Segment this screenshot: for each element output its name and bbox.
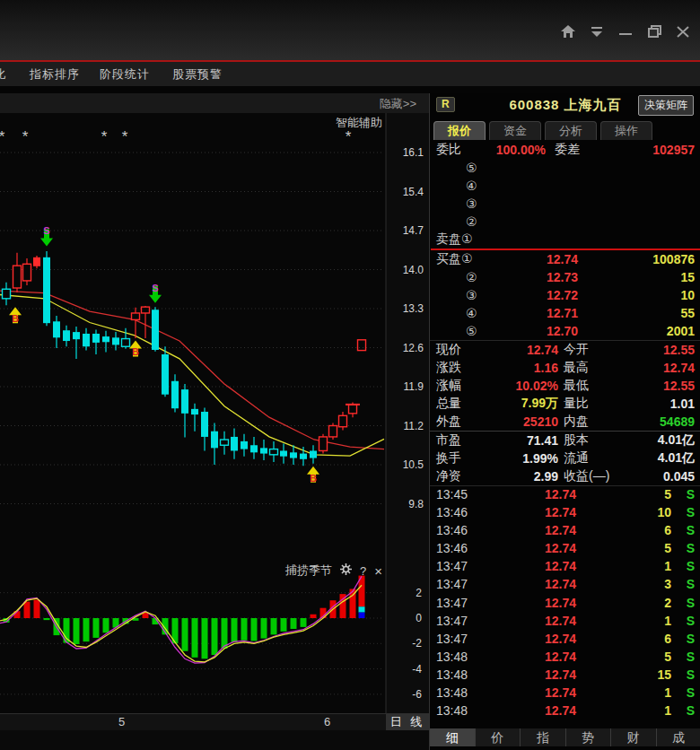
menu-item-1[interactable]: 化: [0, 66, 6, 83]
stat-value: 12.55: [630, 379, 695, 393]
menu-item-3[interactable]: 阶段统计: [100, 66, 150, 83]
close-indicator-icon[interactable]: ×: [374, 563, 382, 579]
menu-item-2[interactable]: 指标排序: [30, 66, 80, 83]
buy-level-row: ④12.7155: [430, 304, 700, 322]
buy-volume: 55: [578, 306, 695, 320]
stock-name: 上海九百: [564, 97, 622, 112]
svg-text:0: 0: [416, 612, 422, 624]
svg-text:15.4: 15.4: [403, 186, 424, 198]
time-sales-list[interactable]: 13:4512.745S13:4612.7410S13:4612.746S13:…: [430, 485, 700, 719]
quote-tab-2[interactable]: 资金: [489, 121, 541, 140]
stat-row: 市盈71.41股本4.01亿: [430, 431, 700, 449]
tick-price: 12.74: [477, 632, 576, 646]
period-selector[interactable]: 日 线: [386, 714, 429, 730]
restore-icon[interactable]: [646, 23, 662, 39]
stat-value: 1.99%: [488, 451, 558, 466]
tick-volume: 1: [576, 614, 671, 628]
tick-price: 12.74: [477, 559, 576, 573]
gear-icon[interactable]: [340, 563, 352, 578]
dropdown-icon[interactable]: [589, 23, 605, 39]
stat-value: 25210: [488, 414, 558, 429]
stat-label: 流通: [564, 450, 630, 467]
svg-text:-4: -4: [412, 663, 422, 676]
weibi-row: 委比 100.00% 委差 102957: [430, 140, 700, 159]
stat-label: 外盘: [436, 414, 488, 430]
svg-text:-6: -6: [412, 688, 422, 701]
tick-volume: 5: [576, 541, 671, 555]
main-chart[interactable]: 16.115.414.714.013.312.611.911.210.59.8*…: [0, 113, 431, 561]
tick-flag: S: [671, 523, 695, 537]
tick-row: 13:4512.745S: [430, 485, 700, 503]
stat-label: 换手: [436, 450, 488, 467]
sell-level-label: ③: [436, 196, 488, 211]
home-icon[interactable]: [560, 23, 576, 39]
stat-label: 股本: [564, 432, 630, 449]
stat-label: 量比: [564, 396, 630, 412]
bottom-tab-3[interactable]: 指: [521, 728, 566, 746]
sell-level-row: ②: [430, 213, 700, 231]
svg-text:12.6: 12.6: [403, 342, 424, 354]
svg-text:10.5: 10.5: [403, 458, 424, 471]
tick-price: 12.74: [477, 703, 576, 718]
sell-level-label: ②: [436, 214, 488, 229]
buy-price: 12.73: [488, 270, 578, 284]
tick-price: 12.74: [477, 505, 576, 519]
tick-time: 13:48: [436, 650, 477, 664]
sell-level-row: ③: [430, 195, 700, 213]
bottom-tab-4[interactable]: 势: [566, 728, 612, 746]
close-icon[interactable]: [675, 23, 691, 39]
tick-row: 13:4812.745S: [430, 648, 700, 666]
svg-text:11.2: 11.2: [404, 420, 424, 432]
stat-row: 净资2.99收益(—)0.045: [430, 467, 700, 485]
stat-row: 涨幅10.02%最低12.55: [430, 377, 700, 395]
bottom-tab-1[interactable]: 细: [430, 728, 476, 746]
bottom-tab-5[interactable]: 财: [611, 728, 657, 746]
indicator-chart[interactable]: 20-2-4-6: [0, 561, 431, 713]
menu-item-4[interactable]: 股票预警: [172, 66, 223, 83]
hide-panel-button[interactable]: 隐藏>>: [380, 96, 416, 112]
decision-matrix-button[interactable]: 决策矩阵: [638, 95, 694, 116]
tick-time: 13:47: [436, 559, 477, 573]
svg-text:14.7: 14.7: [403, 224, 424, 237]
weicha-label: 委差: [555, 142, 610, 158]
weibi-value: 100.00%: [467, 143, 546, 157]
quote-tab-1[interactable]: 报价: [433, 121, 486, 140]
quote-tab-4[interactable]: 操作: [600, 121, 652, 140]
svg-text:14.0: 14.0: [403, 264, 424, 276]
titlebar: [0, 0, 700, 60]
quote-tab-3[interactable]: 分析: [545, 121, 597, 140]
tick-time: 13:46: [436, 541, 477, 555]
stat-value: 12.74: [488, 343, 558, 357]
buy-volume: 2001: [578, 324, 695, 338]
stat-label: 涨幅: [436, 378, 488, 394]
stat-value: 12.74: [630, 361, 695, 375]
tick-price: 12.74: [477, 667, 576, 682]
tick-flag: S: [671, 703, 695, 718]
sell-level-label: 卖盘①: [436, 231, 488, 248]
tick-volume: 3: [576, 577, 671, 591]
bottom-tab-6[interactable]: 成: [657, 728, 700, 746]
tick-row: 13:4612.745S: [430, 539, 700, 557]
tick-time: 13:46: [436, 505, 477, 519]
stat-label: 收益(—): [564, 468, 630, 484]
svg-text:16.1: 16.1: [403, 146, 424, 159]
tick-time: 13:48: [436, 667, 477, 682]
tick-price: 12.74: [477, 487, 576, 501]
buy-price: 12.71: [488, 306, 578, 320]
tick-flag: S: [671, 487, 695, 501]
minimize-icon[interactable]: [617, 23, 634, 39]
tick-volume: 1: [576, 685, 671, 700]
tick-time: 13:45: [436, 487, 477, 501]
bottom-tab-2[interactable]: 价: [476, 728, 521, 746]
buy-level-row: ③12.7210: [430, 286, 700, 304]
tick-price: 12.74: [477, 577, 576, 591]
quote-header: R 600838 上海九百 决策矩阵: [430, 93, 700, 118]
stat-row: 外盘25210内盘54689: [430, 413, 700, 431]
tick-time: 13:48: [436, 685, 477, 700]
tick-row: 13:4812.741S: [430, 702, 700, 719]
stat-label: 今开: [564, 342, 630, 358]
stat-label: 涨跌: [436, 360, 488, 376]
help-icon[interactable]: ?: [360, 564, 366, 578]
tick-flag: S: [671, 541, 695, 555]
app-window: 化指标排序阶段统计股票预警 隐藏>> 16.115.414.714.013.31…: [0, 0, 700, 750]
